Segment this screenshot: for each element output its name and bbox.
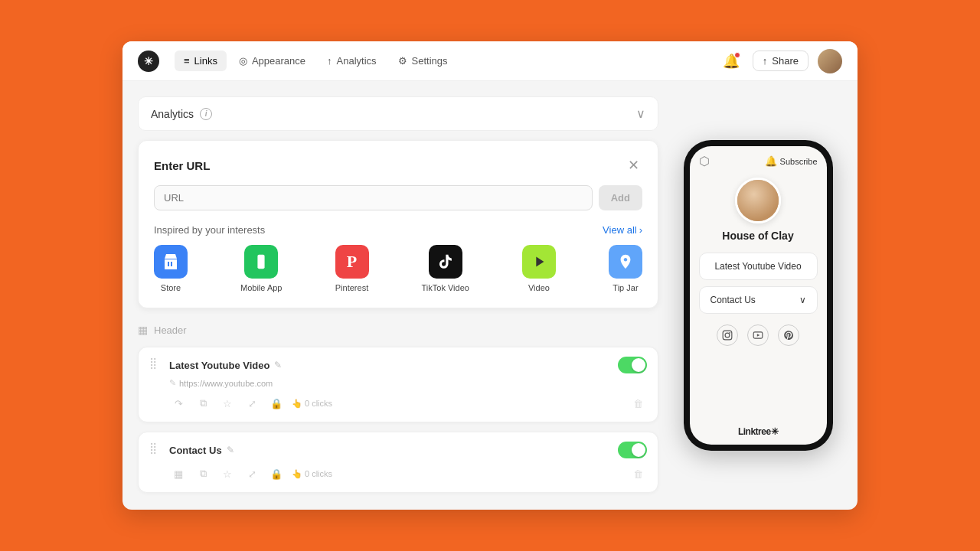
header-section-label: Header <box>154 324 187 336</box>
phone-preview-panel: ⬡ 🔔 Subscribe House of Clay <box>674 96 842 494</box>
enter-url-card: Enter URL ✕ Add Inspired by your interes… <box>138 140 658 308</box>
phone-subscribe-label: Subscribe <box>780 157 818 166</box>
share-button[interactable]: ↑ Share <box>753 51 808 71</box>
nav-appearance-link[interactable]: ◎ Appearance <box>230 51 315 71</box>
link-toggle[interactable] <box>618 442 647 458</box>
links-icon: ≡ <box>184 55 190 67</box>
link-delete-button[interactable]: 🗑 <box>629 394 647 412</box>
appearance-label: Appearance <box>252 55 305 67</box>
link-title-row: Contact Us ✎ <box>169 445 618 456</box>
nav-links: ≡ Links ◎ Appearance ↑ Analytics ⚙ Setti… <box>175 51 719 71</box>
analytics-bar: Analytics i ∨ <box>138 96 658 131</box>
link-delete-button[interactable]: 🗑 <box>629 465 647 483</box>
link-action-copy2[interactable]: ⧉ <box>194 465 212 483</box>
phone-link-youtube[interactable]: Latest Youtube Video <box>699 253 818 280</box>
link-item-youtube: ⣿ Latest Youtube Video ✎ ✎ <box>138 347 658 422</box>
inspired-header: Inspired by your interests View all › <box>154 224 642 236</box>
topnav-right: 🔔 ↑ Share <box>719 49 842 73</box>
chevron-down-icon[interactable]: ∨ <box>636 106 645 121</box>
link-action-move2[interactable]: ⤢ <box>243 465 261 483</box>
inspired-label: Inspired by your interests <box>154 224 265 236</box>
enter-url-title: Enter URL <box>154 159 210 172</box>
link-toggle[interactable] <box>618 357 647 373</box>
store-icon <box>154 245 188 279</box>
link-action-star2[interactable]: ☆ <box>218 465 237 483</box>
link-action-block[interactable]: ▦ <box>169 465 188 483</box>
notification-dot <box>734 52 740 58</box>
add-button[interactable]: Add <box>599 185 642 210</box>
link-action-move[interactable]: ⤢ <box>243 394 261 412</box>
analytics-bar-left: Analytics i <box>151 108 212 120</box>
mobile-app-icon <box>244 245 278 279</box>
info-icon[interactable]: i <box>200 108 212 120</box>
tiktok-icon <box>429 245 462 279</box>
phone-pinterest-icon[interactable] <box>778 324 799 346</box>
suggestions-grid: Store Mobile App P Pinterest <box>154 245 642 292</box>
suggestion-mobile-app[interactable]: Mobile App <box>240 245 282 292</box>
left-panel: Analytics i ∨ Enter URL ✕ Add Inspired b… <box>138 96 658 494</box>
link-edit-icon[interactable]: ✎ <box>227 445 234 455</box>
drag-handle[interactable]: ⣿ <box>149 357 157 369</box>
phone-bell-icon: 🔔 <box>765 155 777 167</box>
analytics-label: Analytics <box>337 55 377 67</box>
suggestion-tiktok[interactable]: TikTok Video <box>422 245 469 292</box>
phone-youtube-icon[interactable] <box>747 324 769 346</box>
url-input[interactable] <box>154 185 593 210</box>
phone-subscribe-button[interactable]: 🔔 Subscribe <box>765 155 818 167</box>
link-controls <box>618 442 647 458</box>
content-area: Analytics i ∨ Enter URL ✕ Add Inspired b… <box>122 81 858 510</box>
logo[interactable]: ✳ <box>138 51 159 72</box>
drag-handle[interactable]: ⣿ <box>149 442 157 454</box>
link-edit-icon[interactable]: ✎ <box>274 360 282 370</box>
phone-link2-label: Contact Us <box>710 295 756 305</box>
phone-instagram-icon[interactable] <box>717 324 738 346</box>
link-action-copy[interactable]: ⧉ <box>194 394 212 412</box>
video-icon <box>522 245 556 279</box>
link-action-star[interactable]: ☆ <box>218 394 237 412</box>
phone-top-bar: ⬡ 🔔 Subscribe <box>690 146 827 173</box>
view-all-link[interactable]: View all › <box>603 224 642 236</box>
store-label: Store <box>161 283 181 292</box>
link-controls <box>618 357 647 373</box>
link-action-lock[interactable]: 🔒 <box>267 394 286 412</box>
svg-marker-2 <box>536 257 544 267</box>
phone-chevron-down-icon: ∨ <box>799 295 806 305</box>
share-label: Share <box>772 55 799 67</box>
close-button[interactable]: ✕ <box>624 156 642 174</box>
pinterest-label: Pinterest <box>335 283 368 292</box>
phone-links: Latest Youtube Video Contact Us ∨ <box>690 253 827 314</box>
share-icon: ↑ <box>763 55 768 67</box>
link-action-arrow[interactable]: ↷ <box>169 394 188 412</box>
tiktok-label: TikTok Video <box>422 283 469 292</box>
suggestion-store[interactable]: Store <box>154 245 188 292</box>
phone-footer: Linktree✳ <box>690 419 827 445</box>
suggestion-tip-jar[interactable]: Tip Jar <box>609 245 642 292</box>
phone-avatar-inner <box>737 180 779 221</box>
links-label: Links <box>194 55 217 67</box>
svg-point-1 <box>260 266 262 267</box>
suggestion-video[interactable]: Video <box>522 245 556 292</box>
phone-screen: ⬡ 🔔 Subscribe House of Clay <box>690 146 827 445</box>
analytics-bar-label: Analytics <box>151 108 194 120</box>
pinterest-icon: P <box>335 245 369 279</box>
phone-share-icon[interactable]: ⬡ <box>699 154 710 168</box>
tip-jar-icon <box>609 245 642 279</box>
linktree-star-icon: ✳ <box>771 426 779 437</box>
url-row: Add <box>154 185 642 210</box>
nav-settings-link[interactable]: ⚙ Settings <box>389 51 457 71</box>
link-title-row: Latest Youtube Video ✎ <box>169 360 618 371</box>
phone-link-contact[interactable]: Contact Us ∨ <box>699 286 818 314</box>
suggestion-pinterest[interactable]: P Pinterest <box>335 245 369 292</box>
nav-links-link[interactable]: ≡ Links <box>175 51 227 71</box>
avatar[interactable] <box>818 49 842 73</box>
notifications-button[interactable]: 🔔 <box>719 49 743 73</box>
link-item-top: Contact Us ✎ <box>169 442 647 458</box>
link-item-contact: ⣿ Contact Us ✎ ▦ <box>138 432 658 493</box>
header-section-icon: ▦ <box>138 324 148 336</box>
link-action-lock2[interactable]: 🔒 <box>267 465 286 483</box>
click-count-text: 0 clicks <box>305 469 332 478</box>
analytics-icon: ↑ <box>327 55 332 67</box>
appearance-icon: ◎ <box>239 55 247 67</box>
svg-point-5 <box>729 332 730 334</box>
nav-analytics-link[interactable]: ↑ Analytics <box>318 51 386 71</box>
